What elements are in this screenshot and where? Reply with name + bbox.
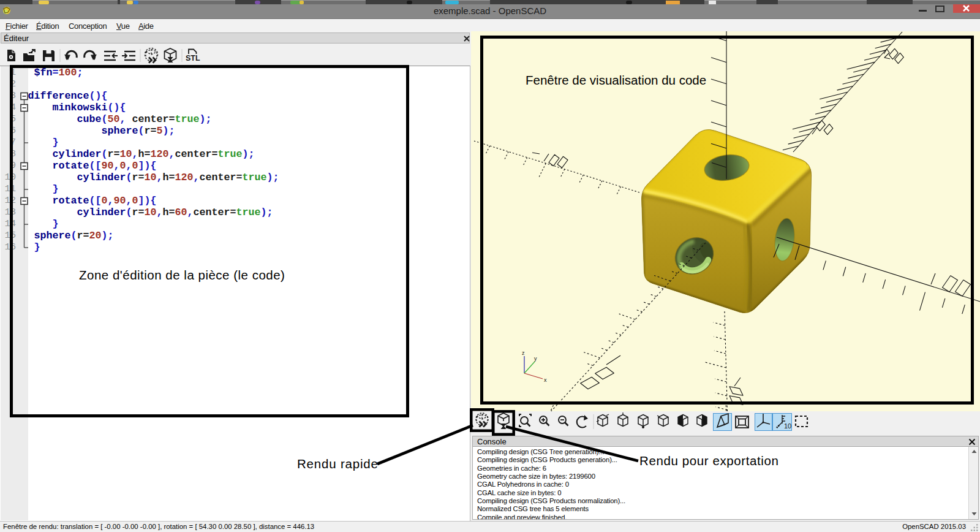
svg-text:Fenêtre de visualisation du co: Fenêtre de visualisation du code <box>526 73 706 87</box>
svg-text:x: x <box>544 377 547 383</box>
svg-text:z: z <box>522 350 525 356</box>
svg-text:y: y <box>534 355 537 362</box>
svg-text:STL: STL <box>186 54 200 63</box>
svg-text:10: 10 <box>784 422 791 430</box>
